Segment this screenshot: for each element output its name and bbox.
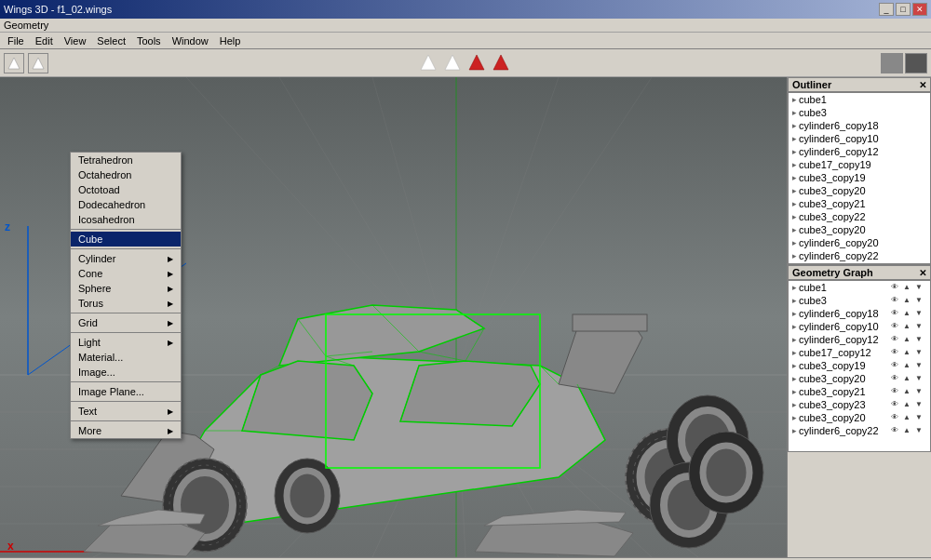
arrow-down-icon[interactable]: ▼ xyxy=(915,283,926,292)
arrow-up-icon[interactable]: ▲ xyxy=(903,413,914,422)
arrow-up-icon[interactable]: ▲ xyxy=(903,426,914,435)
ctx-item-dodecahedron[interactable]: Dodecahedron xyxy=(71,197,181,212)
list-item[interactable]: ▸ cylinder6_copy22 👁 ▲ ▼ xyxy=(789,424,930,437)
list-item[interactable]: ▸ cube3_copy21 👁 ▲ ▼ xyxy=(789,385,930,398)
toolbar-btn-1[interactable] xyxy=(4,53,24,73)
visibility-icon[interactable]: 👁 xyxy=(891,400,902,409)
ctx-item-material___[interactable]: Material... xyxy=(71,350,181,365)
arrow-up-icon[interactable]: ▲ xyxy=(903,296,914,305)
menu-item-view[interactable]: View xyxy=(59,34,92,47)
close-button[interactable]: ✕ xyxy=(912,3,927,16)
list-item[interactable]: ▸cube1 xyxy=(789,93,930,106)
list-item[interactable]: ▸ cube3_copy19 👁 ▲ ▼ xyxy=(789,359,930,372)
arrow-up-icon[interactable]: ▲ xyxy=(903,322,914,331)
arrow-down-icon[interactable]: ▼ xyxy=(915,309,926,318)
ctx-item-image_plane___[interactable]: Image Plane... xyxy=(71,384,181,399)
geo-graph-list[interactable]: ▸ cube1 👁 ▲ ▼ ▸ cube3 👁 ▲ ▼ ▸ cylinder6_… xyxy=(788,280,931,452)
ctx-item-cylinder[interactable]: Cylinder▶ xyxy=(71,251,181,266)
list-item[interactable]: ▸ cube3_copy20 👁 ▲ ▼ xyxy=(789,372,930,385)
list-item[interactable]: ▸cube3_copy19 xyxy=(789,171,930,184)
visibility-icon[interactable]: 👁 xyxy=(891,348,902,357)
arrow-up-icon[interactable]: ▲ xyxy=(903,335,914,344)
list-item[interactable]: ▸ cylinder6_copy10 👁 ▲ ▼ xyxy=(789,320,930,333)
minimize-button[interactable]: _ xyxy=(879,3,894,16)
list-item[interactable]: ▸cube3_copy22 xyxy=(789,210,930,223)
arrow-down-icon[interactable]: ▼ xyxy=(915,374,926,383)
list-item[interactable]: ▸ cube3_copy23 👁 ▲ ▼ xyxy=(789,398,930,411)
list-item[interactable]: ▸cube3_copy20 xyxy=(789,223,930,236)
list-item[interactable]: ▸cylinder6_copy12 xyxy=(789,145,930,158)
arrow-down-icon[interactable]: ▼ xyxy=(915,413,926,422)
visibility-icon[interactable]: 👁 xyxy=(891,387,902,396)
list-item[interactable]: ▸ cube17_copy12 👁 ▲ ▼ xyxy=(789,346,930,359)
list-item[interactable]: ▸cube3_copy20 xyxy=(789,184,930,197)
ctx-item-tetrahedron[interactable]: Tetrahedron xyxy=(71,153,181,167)
menu-item-window[interactable]: Window xyxy=(167,34,214,47)
visibility-icon[interactable]: 👁 xyxy=(891,413,902,422)
arrow-down-icon[interactable]: ▼ xyxy=(915,400,926,409)
arrow-down-icon[interactable]: ▼ xyxy=(915,348,926,357)
visibility-icon[interactable]: 👁 xyxy=(891,374,902,383)
menu-item-help[interactable]: Help xyxy=(214,34,247,47)
list-item[interactable]: ▸cube3 xyxy=(789,106,930,119)
arrow-down-icon[interactable]: ▼ xyxy=(915,361,926,370)
ctx-item-icosahedron[interactable]: Icosahedron xyxy=(71,212,181,227)
arrow-down-icon[interactable]: ▼ xyxy=(915,387,926,396)
outliner-close[interactable]: ✕ xyxy=(919,80,926,90)
arrow-up-icon[interactable]: ▲ xyxy=(903,361,914,370)
arrow-down-icon[interactable]: ▼ xyxy=(915,322,926,331)
list-item[interactable]: ▸ cube3_copy20 👁 ▲ ▼ xyxy=(789,411,930,424)
list-item[interactable]: ▸cylinder6_copy18 xyxy=(789,119,930,132)
toolbar-btn-2[interactable] xyxy=(28,53,48,73)
list-item[interactable]: ▸cube3_copy21 xyxy=(789,197,930,210)
arrow-up-icon[interactable]: ▲ xyxy=(903,309,914,318)
arrow-up-icon[interactable]: ▲ xyxy=(903,374,914,383)
view-tri-3[interactable] xyxy=(468,54,485,73)
list-item[interactable]: ▸ cube1 👁 ▲ ▼ xyxy=(789,281,930,294)
render-btn-1[interactable] xyxy=(881,53,903,73)
list-item[interactable]: ▸ cylinder6_copy18 👁 ▲ ▼ xyxy=(789,307,930,320)
visibility-icon[interactable]: 👁 xyxy=(891,309,902,318)
ctx-item-octahedron[interactable]: Octahedron xyxy=(71,167,181,182)
visibility-icon[interactable]: 👁 xyxy=(891,335,902,344)
arrow-up-icon[interactable]: ▲ xyxy=(903,348,914,357)
ctx-item-more[interactable]: More▶ xyxy=(71,423,181,438)
list-item[interactable]: ▸ cylinder6_copy12 👁 ▲ ▼ xyxy=(789,333,930,346)
visibility-icon[interactable]: 👁 xyxy=(891,283,902,292)
ctx-item-text[interactable]: Text▶ xyxy=(71,404,181,419)
ctx-item-image___[interactable]: Image... xyxy=(71,365,181,380)
arrow-up-icon[interactable]: ▲ xyxy=(903,400,914,409)
visibility-icon[interactable]: 👁 xyxy=(891,361,902,370)
menu-item-file[interactable]: File xyxy=(2,34,30,47)
view-tri-4[interactable] xyxy=(492,54,509,73)
arrow-down-icon[interactable]: ▼ xyxy=(915,335,926,344)
view-tri-1[interactable] xyxy=(420,54,437,73)
ctx-item-sphere[interactable]: Sphere▶ xyxy=(71,281,181,296)
list-item[interactable]: ▸cube17_copy19 xyxy=(789,158,930,171)
maximize-button[interactable]: □ xyxy=(896,3,911,16)
ctx-item-grid[interactable]: Grid▶ xyxy=(71,315,181,330)
visibility-icon[interactable]: 👁 xyxy=(891,296,902,305)
render-btn-2[interactable] xyxy=(905,53,927,73)
ctx-item-torus[interactable]: Torus▶ xyxy=(71,296,181,311)
ctx-item-cube[interactable]: Cube xyxy=(71,232,181,247)
arrow-up-icon[interactable]: ▲ xyxy=(903,283,914,292)
menu-item-select[interactable]: Select xyxy=(91,34,131,47)
list-item[interactable]: ▸cylinder6_copy20 xyxy=(789,236,930,249)
view-tri-2[interactable] xyxy=(444,54,461,73)
ctx-item-octotoad[interactable]: Octotoad xyxy=(71,182,181,197)
list-item[interactable]: ▸ cube3 👁 ▲ ▼ xyxy=(789,294,930,307)
outliner-list[interactable]: ▸cube1▸cube3▸cylinder6_copy18▸cylinder6_… xyxy=(788,92,931,264)
arrow-down-icon[interactable]: ▼ xyxy=(915,296,926,305)
visibility-icon[interactable]: 👁 xyxy=(891,322,902,331)
viewport[interactable]: x z xyxy=(0,77,787,557)
menu-item-edit[interactable]: Edit xyxy=(30,34,59,47)
arrow-down-icon[interactable]: ▼ xyxy=(915,426,926,435)
arrow-up-icon[interactable]: ▲ xyxy=(903,387,914,396)
visibility-icon[interactable]: 👁 xyxy=(891,426,902,435)
menu-item-tools[interactable]: Tools xyxy=(131,34,167,47)
geo-graph-close[interactable]: ✕ xyxy=(919,268,926,278)
list-item[interactable]: ▸cylinder6_copy10 xyxy=(789,132,930,145)
ctx-item-light[interactable]: Light▶ xyxy=(71,335,181,350)
list-item[interactable]: ▸cylinder6_copy22 xyxy=(789,249,930,262)
